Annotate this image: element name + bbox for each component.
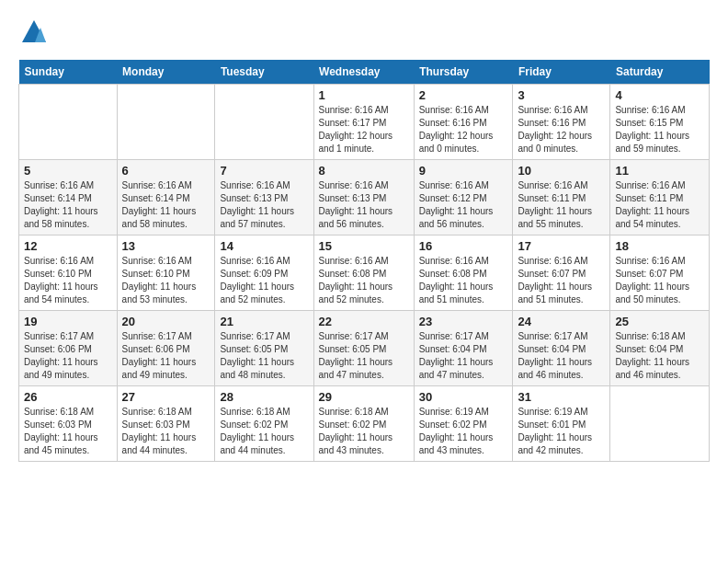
date-number: 12	[24, 239, 112, 253]
page-header	[18, 18, 710, 51]
date-number: 29	[319, 390, 409, 404]
date-number: 14	[220, 239, 308, 253]
calendar-cell: 17Sunrise: 6:16 AM Sunset: 6:07 PM Dayli…	[513, 236, 610, 311]
date-number: 15	[319, 239, 409, 253]
calendar-cell: 3Sunrise: 6:16 AM Sunset: 6:16 PM Daylig…	[513, 85, 610, 160]
cell-info: Sunrise: 6:18 AM Sunset: 6:02 PM Dayligh…	[319, 406, 409, 457]
cell-info: Sunrise: 6:16 AM Sunset: 6:11 PM Dayligh…	[518, 179, 605, 231]
date-number: 24	[518, 315, 605, 328]
cell-info: Sunrise: 6:16 AM Sunset: 6:16 PM Dayligh…	[419, 104, 508, 155]
calendar-cell: 7Sunrise: 6:16 AM Sunset: 6:13 PM Daylig…	[215, 160, 313, 236]
calendar-cell: 13Sunrise: 6:16 AM Sunset: 6:10 PM Dayli…	[117, 236, 215, 311]
calendar-cell: 27Sunrise: 6:18 AM Sunset: 6:03 PM Dayli…	[117, 386, 215, 462]
date-number: 20	[122, 315, 210, 328]
day-header-friday: Friday	[513, 60, 610, 85]
calendar-cell: 31Sunrise: 6:19 AM Sunset: 6:01 PM Dayli…	[513, 386, 610, 462]
calendar-cell: 24Sunrise: 6:17 AM Sunset: 6:04 PM Dayli…	[513, 311, 610, 386]
calendar-cell: 16Sunrise: 6:16 AM Sunset: 6:08 PM Dayli…	[414, 236, 513, 311]
week-row-4: 19Sunrise: 6:17 AM Sunset: 6:06 PM Dayli…	[19, 311, 710, 386]
date-number: 23	[419, 315, 508, 328]
date-number: 27	[122, 390, 210, 404]
date-number: 4	[615, 88, 704, 102]
cell-info: Sunrise: 6:16 AM Sunset: 6:14 PM Dayligh…	[122, 179, 210, 231]
calendar-cell: 10Sunrise: 6:16 AM Sunset: 6:11 PM Dayli…	[513, 160, 610, 236]
date-number: 3	[518, 88, 605, 102]
logo-icon	[20, 18, 48, 46]
cell-info: Sunrise: 6:16 AM Sunset: 6:10 PM Dayligh…	[122, 255, 210, 306]
calendar-cell: 19Sunrise: 6:17 AM Sunset: 6:06 PM Dayli…	[19, 311, 118, 386]
week-row-1: 1Sunrise: 6:16 AM Sunset: 6:17 PM Daylig…	[19, 85, 710, 160]
cell-info: Sunrise: 6:17 AM Sunset: 6:04 PM Dayligh…	[518, 330, 605, 382]
calendar-cell: 9Sunrise: 6:16 AM Sunset: 6:12 PM Daylig…	[414, 160, 513, 236]
date-number: 18	[615, 239, 704, 253]
calendar-cell: 18Sunrise: 6:16 AM Sunset: 6:07 PM Dayli…	[610, 236, 710, 311]
calendar-cell: 1Sunrise: 6:16 AM Sunset: 6:17 PM Daylig…	[313, 85, 414, 160]
day-header-wednesday: Wednesday	[313, 60, 414, 85]
cell-info: Sunrise: 6:16 AM Sunset: 6:10 PM Dayligh…	[24, 255, 112, 306]
date-number: 16	[419, 239, 508, 253]
calendar-cell: 2Sunrise: 6:16 AM Sunset: 6:16 PM Daylig…	[414, 85, 513, 160]
cell-info: Sunrise: 6:17 AM Sunset: 6:06 PM Dayligh…	[122, 330, 210, 382]
date-number: 22	[319, 315, 409, 328]
cell-info: Sunrise: 6:16 AM Sunset: 6:12 PM Dayligh…	[419, 179, 508, 231]
day-header-tuesday: Tuesday	[215, 60, 313, 85]
cell-info: Sunrise: 6:16 AM Sunset: 6:08 PM Dayligh…	[419, 255, 508, 306]
cell-info: Sunrise: 6:16 AM Sunset: 6:14 PM Dayligh…	[24, 179, 112, 231]
date-number: 21	[220, 315, 308, 328]
day-header-thursday: Thursday	[414, 60, 513, 85]
date-number: 7	[220, 164, 308, 178]
cell-info: Sunrise: 6:18 AM Sunset: 6:03 PM Dayligh…	[24, 406, 112, 457]
calendar-cell	[610, 386, 710, 462]
calendar-cell: 14Sunrise: 6:16 AM Sunset: 6:09 PM Dayli…	[215, 236, 313, 311]
calendar-header-row: SundayMondayTuesdayWednesdayThursdayFrid…	[19, 60, 710, 85]
day-header-monday: Monday	[117, 60, 215, 85]
day-header-sunday: Sunday	[19, 60, 118, 85]
cell-info: Sunrise: 6:19 AM Sunset: 6:02 PM Dayligh…	[419, 406, 508, 457]
date-number: 19	[24, 315, 112, 328]
calendar-cell: 30Sunrise: 6:19 AM Sunset: 6:02 PM Dayli…	[414, 386, 513, 462]
cell-info: Sunrise: 6:16 AM Sunset: 6:07 PM Dayligh…	[518, 255, 605, 306]
calendar-cell: 25Sunrise: 6:18 AM Sunset: 6:04 PM Dayli…	[610, 311, 710, 386]
calendar-cell: 29Sunrise: 6:18 AM Sunset: 6:02 PM Dayli…	[313, 386, 414, 462]
cell-info: Sunrise: 6:16 AM Sunset: 6:15 PM Dayligh…	[615, 104, 704, 155]
cell-info: Sunrise: 6:18 AM Sunset: 6:03 PM Dayligh…	[122, 406, 210, 457]
date-number: 1	[319, 88, 409, 102]
calendar-cell: 6Sunrise: 6:16 AM Sunset: 6:14 PM Daylig…	[117, 160, 215, 236]
calendar-cell: 23Sunrise: 6:17 AM Sunset: 6:04 PM Dayli…	[414, 311, 513, 386]
cell-info: Sunrise: 6:16 AM Sunset: 6:17 PM Dayligh…	[319, 104, 409, 155]
week-row-5: 26Sunrise: 6:18 AM Sunset: 6:03 PM Dayli…	[19, 386, 710, 462]
date-number: 11	[615, 164, 704, 178]
cell-info: Sunrise: 6:17 AM Sunset: 6:05 PM Dayligh…	[319, 330, 409, 382]
cell-info: Sunrise: 6:19 AM Sunset: 6:01 PM Dayligh…	[518, 406, 605, 457]
calendar-cell: 28Sunrise: 6:18 AM Sunset: 6:02 PM Dayli…	[215, 386, 313, 462]
cell-info: Sunrise: 6:17 AM Sunset: 6:04 PM Dayligh…	[419, 330, 508, 382]
calendar-cell: 15Sunrise: 6:16 AM Sunset: 6:08 PM Dayli…	[313, 236, 414, 311]
cell-info: Sunrise: 6:16 AM Sunset: 6:13 PM Dayligh…	[220, 179, 308, 231]
calendar-cell: 8Sunrise: 6:16 AM Sunset: 6:13 PM Daylig…	[313, 160, 414, 236]
date-number: 6	[122, 164, 210, 178]
calendar-cell: 5Sunrise: 6:16 AM Sunset: 6:14 PM Daylig…	[19, 160, 118, 236]
calendar-cell	[215, 85, 313, 160]
date-number: 17	[518, 239, 605, 253]
cell-info: Sunrise: 6:17 AM Sunset: 6:05 PM Dayligh…	[220, 330, 308, 382]
cell-info: Sunrise: 6:16 AM Sunset: 6:13 PM Dayligh…	[319, 179, 409, 231]
cell-info: Sunrise: 6:17 AM Sunset: 6:06 PM Dayligh…	[24, 330, 112, 382]
calendar-cell: 21Sunrise: 6:17 AM Sunset: 6:05 PM Dayli…	[215, 311, 313, 386]
calendar-cell: 20Sunrise: 6:17 AM Sunset: 6:06 PM Dayli…	[117, 311, 215, 386]
calendar-table: SundayMondayTuesdayWednesdayThursdayFrid…	[18, 60, 710, 462]
date-number: 25	[615, 315, 704, 328]
date-number: 13	[122, 239, 210, 253]
cell-info: Sunrise: 6:16 AM Sunset: 6:07 PM Dayligh…	[615, 255, 704, 306]
week-row-3: 12Sunrise: 6:16 AM Sunset: 6:10 PM Dayli…	[19, 236, 710, 311]
calendar-cell	[117, 85, 215, 160]
date-number: 31	[518, 390, 605, 404]
calendar-cell: 11Sunrise: 6:16 AM Sunset: 6:11 PM Dayli…	[610, 160, 710, 236]
cell-info: Sunrise: 6:18 AM Sunset: 6:04 PM Dayligh…	[615, 330, 704, 382]
date-number: 2	[419, 88, 508, 102]
day-header-saturday: Saturday	[610, 60, 710, 85]
calendar-cell: 12Sunrise: 6:16 AM Sunset: 6:10 PM Dayli…	[19, 236, 118, 311]
date-number: 9	[419, 164, 508, 178]
cell-info: Sunrise: 6:16 AM Sunset: 6:08 PM Dayligh…	[319, 255, 409, 306]
date-number: 26	[24, 390, 112, 404]
date-number: 30	[419, 390, 508, 404]
